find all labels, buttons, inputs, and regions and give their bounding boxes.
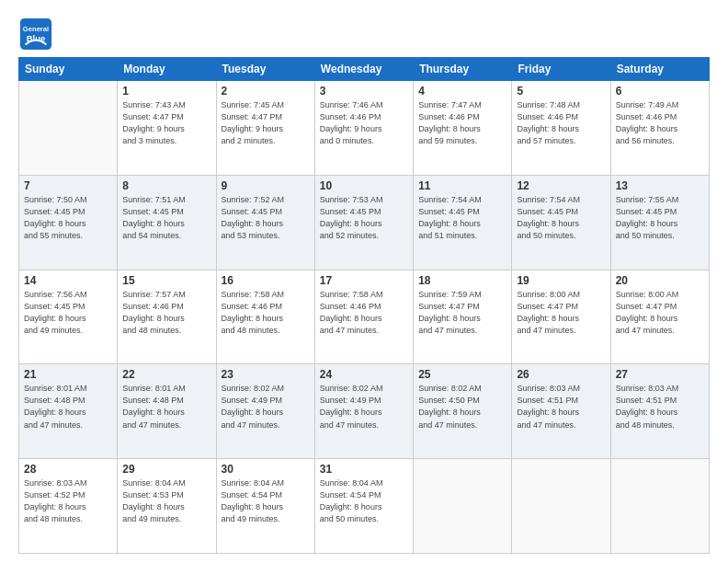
day-info: Sunrise: 7:46 AM Sunset: 4:46 PM Dayligh… [320, 99, 408, 147]
day-cell-5: 5Sunrise: 7:48 AM Sunset: 4:46 PM Daylig… [512, 81, 610, 176]
day-cell-16: 16Sunrise: 7:58 AM Sunset: 4:46 PM Dayli… [216, 270, 314, 364]
day-number: 2 [222, 85, 310, 98]
weekday-wednesday: Wednesday [314, 58, 413, 81]
day-info: Sunrise: 8:01 AM Sunset: 4:48 PM Dayligh… [122, 383, 210, 431]
day-cell-1: 1Sunrise: 7:43 AM Sunset: 4:47 PM Daylig… [118, 81, 216, 176]
day-info: Sunrise: 8:02 AM Sunset: 4:49 PM Dayligh… [320, 383, 408, 431]
day-cell-19: 19Sunrise: 8:00 AM Sunset: 4:47 PM Dayli… [512, 270, 610, 364]
day-cell-6: 6Sunrise: 7:49 AM Sunset: 4:46 PM Daylig… [610, 81, 709, 176]
logo-icon: General Blue [18, 17, 53, 52]
day-info: Sunrise: 7:50 AM Sunset: 4:45 PM Dayligh… [24, 194, 112, 242]
week-row-2: 7Sunrise: 7:50 AM Sunset: 4:45 PM Daylig… [19, 175, 710, 270]
day-number: 23 [222, 368, 310, 381]
day-cell-4: 4Sunrise: 7:47 AM Sunset: 4:46 PM Daylig… [414, 81, 512, 176]
day-info: Sunrise: 8:03 AM Sunset: 4:52 PM Dayligh… [24, 477, 112, 525]
day-cell-9: 9Sunrise: 7:52 AM Sunset: 4:45 PM Daylig… [216, 175, 314, 270]
day-number: 6 [616, 85, 704, 98]
day-cell-12: 12Sunrise: 7:54 AM Sunset: 4:45 PM Dayli… [512, 175, 610, 270]
weekday-saturday: Saturday [610, 58, 709, 81]
day-info: Sunrise: 7:45 AM Sunset: 4:47 PM Dayligh… [222, 99, 310, 147]
day-cell-18: 18Sunrise: 7:59 AM Sunset: 4:47 PM Dayli… [414, 270, 512, 364]
empty-cell [19, 81, 118, 176]
day-number: 13 [616, 179, 704, 192]
day-info: Sunrise: 7:48 AM Sunset: 4:46 PM Dayligh… [517, 99, 605, 147]
week-row-5: 28Sunrise: 8:03 AM Sunset: 4:52 PM Dayli… [19, 459, 710, 554]
day-info: Sunrise: 8:01 AM Sunset: 4:48 PM Dayligh… [24, 383, 112, 431]
day-number: 3 [320, 85, 408, 98]
day-info: Sunrise: 8:02 AM Sunset: 4:50 PM Dayligh… [418, 383, 506, 431]
day-info: Sunrise: 8:04 AM Sunset: 4:54 PM Dayligh… [320, 477, 408, 525]
logo: General Blue [18, 17, 53, 52]
day-info: Sunrise: 7:52 AM Sunset: 4:45 PM Dayligh… [222, 194, 310, 242]
weekday-sunday: Sunday [19, 58, 118, 81]
day-cell-8: 8Sunrise: 7:51 AM Sunset: 4:45 PM Daylig… [118, 175, 216, 270]
week-row-4: 21Sunrise: 8:01 AM Sunset: 4:48 PM Dayli… [19, 364, 710, 459]
day-info: Sunrise: 8:04 AM Sunset: 4:54 PM Dayligh… [222, 477, 310, 525]
day-number: 20 [616, 274, 704, 287]
day-info: Sunrise: 7:53 AM Sunset: 4:45 PM Dayligh… [320, 194, 408, 242]
calendar-table: SundayMondayTuesdayWednesdayThursdayFrid… [18, 57, 710, 554]
day-number: 22 [122, 368, 210, 381]
day-cell-13: 13Sunrise: 7:55 AM Sunset: 4:45 PM Dayli… [610, 175, 709, 270]
day-info: Sunrise: 7:57 AM Sunset: 4:46 PM Dayligh… [122, 289, 210, 337]
day-number: 7 [24, 179, 112, 192]
day-info: Sunrise: 7:58 AM Sunset: 4:46 PM Dayligh… [320, 289, 408, 337]
day-info: Sunrise: 8:00 AM Sunset: 4:47 PM Dayligh… [517, 289, 605, 337]
day-info: Sunrise: 7:56 AM Sunset: 4:45 PM Dayligh… [24, 289, 112, 337]
day-cell-14: 14Sunrise: 7:56 AM Sunset: 4:45 PM Dayli… [19, 270, 118, 364]
day-info: Sunrise: 7:47 AM Sunset: 4:46 PM Dayligh… [418, 99, 506, 147]
day-info: Sunrise: 7:51 AM Sunset: 4:45 PM Dayligh… [122, 194, 210, 242]
day-info: Sunrise: 7:59 AM Sunset: 4:47 PM Dayligh… [418, 289, 506, 337]
day-number: 24 [320, 368, 408, 381]
day-number: 14 [24, 274, 112, 287]
week-row-3: 14Sunrise: 7:56 AM Sunset: 4:45 PM Dayli… [19, 270, 710, 364]
day-info: Sunrise: 8:04 AM Sunset: 4:53 PM Dayligh… [122, 477, 210, 525]
day-cell-29: 29Sunrise: 8:04 AM Sunset: 4:53 PM Dayli… [118, 459, 216, 554]
day-number: 12 [517, 179, 605, 192]
day-cell-31: 31Sunrise: 8:04 AM Sunset: 4:54 PM Dayli… [314, 459, 413, 554]
day-number: 25 [418, 368, 506, 381]
day-number: 28 [24, 463, 112, 476]
day-number: 26 [517, 368, 605, 381]
empty-cell [414, 459, 512, 554]
day-info: Sunrise: 7:58 AM Sunset: 4:46 PM Dayligh… [222, 289, 310, 337]
day-cell-25: 25Sunrise: 8:02 AM Sunset: 4:50 PM Dayli… [414, 364, 512, 459]
day-number: 11 [418, 179, 506, 192]
calendar-body: 1Sunrise: 7:43 AM Sunset: 4:47 PM Daylig… [19, 81, 710, 554]
day-cell-2: 2Sunrise: 7:45 AM Sunset: 4:47 PM Daylig… [216, 81, 314, 176]
day-cell-10: 10Sunrise: 7:53 AM Sunset: 4:45 PM Dayli… [314, 175, 413, 270]
weekday-thursday: Thursday [414, 58, 512, 81]
day-info: Sunrise: 7:55 AM Sunset: 4:45 PM Dayligh… [616, 194, 704, 242]
day-info: Sunrise: 7:43 AM Sunset: 4:47 PM Dayligh… [122, 99, 210, 147]
day-number: 5 [517, 85, 605, 98]
day-number: 1 [122, 85, 210, 98]
empty-cell [610, 459, 709, 554]
day-number: 21 [24, 368, 112, 381]
day-cell-7: 7Sunrise: 7:50 AM Sunset: 4:45 PM Daylig… [19, 175, 118, 270]
day-cell-3: 3Sunrise: 7:46 AM Sunset: 4:46 PM Daylig… [314, 81, 413, 176]
day-number: 29 [122, 463, 210, 476]
day-cell-21: 21Sunrise: 8:01 AM Sunset: 4:48 PM Dayli… [19, 364, 118, 459]
day-info: Sunrise: 8:02 AM Sunset: 4:49 PM Dayligh… [222, 383, 310, 431]
day-number: 10 [320, 179, 408, 192]
day-info: Sunrise: 7:54 AM Sunset: 4:45 PM Dayligh… [418, 194, 506, 242]
day-cell-27: 27Sunrise: 8:03 AM Sunset: 4:51 PM Dayli… [610, 364, 709, 459]
day-number: 31 [320, 463, 408, 476]
day-cell-26: 26Sunrise: 8:03 AM Sunset: 4:51 PM Dayli… [512, 364, 610, 459]
weekday-monday: Monday [118, 58, 216, 81]
page: General Blue SundayMondayTuesdayWednesda… [0, 0, 728, 563]
day-number: 8 [122, 179, 210, 192]
empty-cell [512, 459, 610, 554]
day-number: 19 [517, 274, 605, 287]
day-info: Sunrise: 7:54 AM Sunset: 4:45 PM Dayligh… [517, 194, 605, 242]
day-info: Sunrise: 8:03 AM Sunset: 4:51 PM Dayligh… [517, 383, 605, 431]
day-number: 27 [616, 368, 704, 381]
day-cell-15: 15Sunrise: 7:57 AM Sunset: 4:46 PM Dayli… [118, 270, 216, 364]
day-number: 4 [418, 85, 506, 98]
day-cell-23: 23Sunrise: 8:02 AM Sunset: 4:49 PM Dayli… [216, 364, 314, 459]
day-number: 18 [418, 274, 506, 287]
day-number: 17 [320, 274, 408, 287]
day-cell-11: 11Sunrise: 7:54 AM Sunset: 4:45 PM Dayli… [414, 175, 512, 270]
weekday-friday: Friday [512, 58, 610, 81]
weekday-tuesday: Tuesday [216, 58, 314, 81]
